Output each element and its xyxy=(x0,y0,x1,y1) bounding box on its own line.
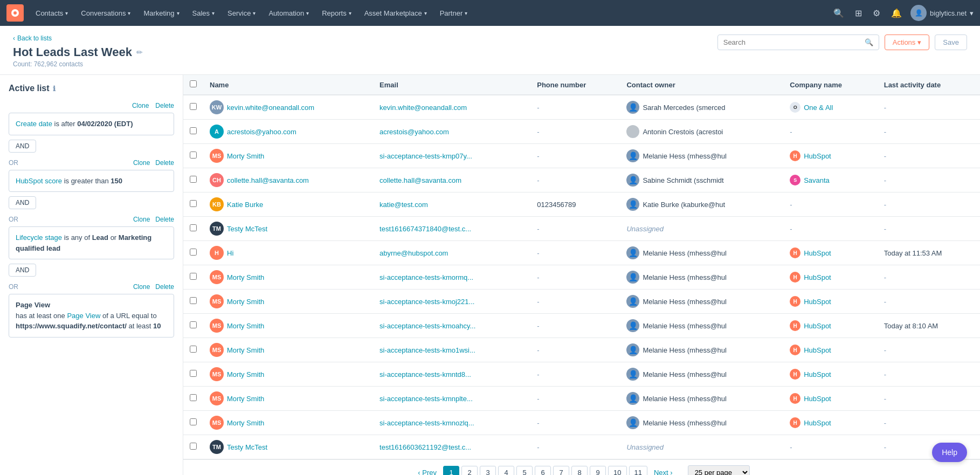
settings-icon[interactable]: ⚙ xyxy=(871,6,882,20)
clone-link-2[interactable]: Clone xyxy=(133,159,150,167)
row-checkbox[interactable] xyxy=(190,370,197,377)
search-input[interactable] xyxy=(723,38,862,46)
contact-name-link[interactable]: Morty Smith xyxy=(227,322,264,330)
nav-item-contacts[interactable]: Contacts ▾ xyxy=(30,6,73,20)
company-name-link[interactable]: HubSpot xyxy=(804,152,831,160)
row-checkbox[interactable] xyxy=(190,418,197,425)
row-checkbox[interactable] xyxy=(190,152,197,159)
page-btn-4[interactable]: 4 xyxy=(498,466,514,475)
nav-item-sales[interactable]: Sales ▾ xyxy=(187,6,220,20)
row-checkbox[interactable] xyxy=(190,176,197,183)
contact-email-link[interactable]: test1616674371840@test.c... xyxy=(379,225,471,233)
contact-email-link[interactable]: si-acceptance-tests-kmoahcy... xyxy=(379,322,475,330)
clone-link-3[interactable]: Clone xyxy=(133,216,150,223)
nav-item-partner[interactable]: Partner ▾ xyxy=(434,6,473,20)
contact-name-link[interactable]: Morty Smith xyxy=(227,346,264,354)
company-name-link[interactable]: HubSpot xyxy=(804,273,831,281)
contact-name-link[interactable]: Hi xyxy=(227,249,233,257)
company-name-link[interactable]: HubSpot xyxy=(804,346,831,354)
row-checkbox[interactable] xyxy=(190,346,197,353)
nav-item-service[interactable]: Service ▾ xyxy=(222,6,261,20)
company-name-link[interactable]: HubSpot xyxy=(804,322,831,330)
contact-email-link[interactable]: katie@test.com xyxy=(379,201,428,209)
page-btn-10[interactable]: 10 xyxy=(608,466,626,475)
contact-name-link[interactable]: Morty Smith xyxy=(227,298,264,306)
clone-link-4[interactable]: Clone xyxy=(133,283,150,291)
page-btn-6[interactable]: 6 xyxy=(535,466,551,475)
contact-email-link[interactable]: acrestois@yahoo.com xyxy=(379,128,449,136)
contact-name-link[interactable]: Morty Smith xyxy=(227,370,264,378)
nav-item-reports[interactable]: Reports ▾ xyxy=(316,6,357,20)
and-button-1[interactable]: AND xyxy=(9,140,36,153)
company-name-link[interactable]: HubSpot xyxy=(804,419,831,427)
contact-email-link[interactable]: abyrne@hubspot.com xyxy=(379,249,448,257)
save-button[interactable]: Save xyxy=(935,35,967,50)
page-btn-5[interactable]: 5 xyxy=(516,466,533,475)
company-name-link[interactable]: HubSpot xyxy=(804,298,831,306)
contact-name-link[interactable]: Morty Smith xyxy=(227,419,264,427)
contact-email-link[interactable]: si-acceptance-tests-kmp07y... xyxy=(379,152,472,160)
edit-icon[interactable]: ✏ xyxy=(136,48,143,57)
page-btn-9[interactable]: 9 xyxy=(590,466,606,475)
actions-button[interactable]: Actions ▾ xyxy=(885,35,930,50)
company-name-link[interactable]: HubSpot xyxy=(804,249,831,257)
company-name-link[interactable]: One & All xyxy=(804,104,833,112)
row-checkbox[interactable] xyxy=(190,200,197,207)
select-all-header[interactable] xyxy=(183,75,203,95)
page-btn-11[interactable]: 11 xyxy=(629,466,647,475)
contact-name-link[interactable]: Testy McTest xyxy=(227,225,267,233)
contact-email-link[interactable]: test1616603621192@test.c... xyxy=(379,443,471,451)
contact-name-link[interactable]: Morty Smith xyxy=(227,152,264,160)
company-name-link[interactable]: Savanta xyxy=(804,176,830,184)
nav-item-asset-marketplace[interactable]: Asset Marketplace ▾ xyxy=(359,6,432,20)
contact-name-link[interactable]: kevin.white@oneandall.com xyxy=(227,104,314,112)
help-button[interactable]: Help xyxy=(932,443,967,462)
row-checkbox[interactable] xyxy=(190,127,197,134)
search-box[interactable]: 🔍 xyxy=(717,35,879,50)
bell-icon[interactable]: 🔔 xyxy=(889,6,904,20)
page-btn-3[interactable]: 3 xyxy=(480,466,496,475)
contact-email-link[interactable]: si-acceptance-tests-kmoj221... xyxy=(379,298,474,306)
user-menu[interactable]: 👤 biglytics.net ▾ xyxy=(910,5,974,21)
contact-email-link[interactable]: kevin.white@oneandall.com xyxy=(379,104,467,112)
info-icon[interactable]: ℹ xyxy=(53,85,56,93)
delete-link-3[interactable]: Delete xyxy=(155,216,174,223)
select-all-checkbox[interactable] xyxy=(190,80,197,87)
per-page-select[interactable]: 25 per page 50 per page 100 per page xyxy=(688,465,750,475)
contact-name-link[interactable]: acrestois@yahoo.com xyxy=(227,128,296,136)
contact-name-link[interactable]: Katie Burke xyxy=(227,201,263,209)
contact-email-link[interactable]: si-acceptance-tests-kmnozlq... xyxy=(379,419,474,427)
row-checkbox[interactable] xyxy=(190,249,197,256)
company-name-link[interactable]: HubSpot xyxy=(804,395,831,403)
hubspot-logo[interactable] xyxy=(6,4,24,22)
page-btn-2[interactable]: 2 xyxy=(461,466,478,475)
row-checkbox[interactable] xyxy=(190,443,197,450)
row-checkbox[interactable] xyxy=(190,321,197,328)
back-to-lists-link[interactable]: ‹ Back to lists xyxy=(13,35,143,42)
delete-link-1[interactable]: Delete xyxy=(155,102,174,109)
grid-icon[interactable]: ⊞ xyxy=(853,6,864,20)
delete-link-2[interactable]: Delete xyxy=(155,159,174,167)
contact-email-link[interactable]: si-acceptance-tests-kmntd8... xyxy=(379,370,471,378)
row-checkbox[interactable] xyxy=(190,273,197,280)
nav-item-conversations[interactable]: Conversations ▾ xyxy=(75,6,136,20)
row-checkbox[interactable] xyxy=(190,394,197,401)
next-button[interactable]: Next › xyxy=(650,466,677,475)
delete-link-4[interactable]: Delete xyxy=(155,283,174,291)
prev-button[interactable]: ‹ Prev xyxy=(413,466,441,475)
nav-item-automation[interactable]: Automation ▾ xyxy=(263,6,314,20)
contact-email-link[interactable]: si-acceptance-tests-kmo1wsi... xyxy=(379,346,475,354)
row-checkbox[interactable] xyxy=(190,103,197,110)
and-button-2[interactable]: AND xyxy=(9,196,36,209)
company-name-link[interactable]: HubSpot xyxy=(804,370,831,378)
and-button-3[interactable]: AND xyxy=(9,264,36,277)
contact-email-link[interactable]: collette.hall@savanta.com xyxy=(379,176,461,184)
nav-item-marketing[interactable]: Marketing ▾ xyxy=(138,6,184,20)
row-checkbox[interactable] xyxy=(190,297,197,304)
clone-link-1[interactable]: Clone xyxy=(132,102,149,109)
page-btn-8[interactable]: 8 xyxy=(571,466,588,475)
contact-name-link[interactable]: collette.hall@savanta.com xyxy=(227,176,309,184)
contact-name-link[interactable]: Testy McTest xyxy=(227,443,267,451)
page-btn-7[interactable]: 7 xyxy=(553,466,569,475)
contact-email-link[interactable]: si-acceptance-tests-kmormq... xyxy=(379,273,473,281)
